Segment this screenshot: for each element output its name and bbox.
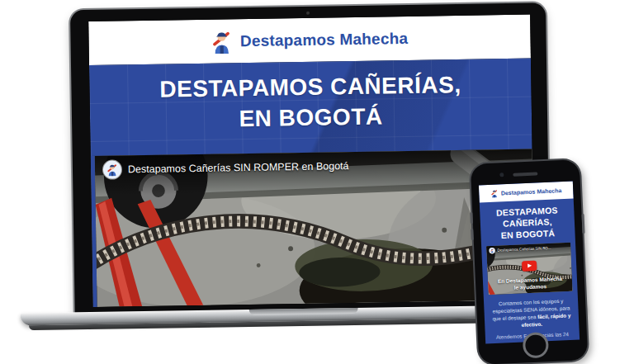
- brand-name: Destapamos Mahecha: [240, 29, 409, 50]
- laptop-webpage: Destapamos Mahecha DESTAPAMOS CAÑERÍAS, …: [88, 15, 534, 307]
- webcam-icon: [306, 12, 310, 15]
- phone-camera-icon: [499, 173, 504, 177]
- plumber-avatar-icon: [106, 163, 118, 176]
- hero-title-line2: EN BOGOTÁ: [90, 100, 532, 137]
- phone-hero-title: DESTAPAMOS CAÑERÍAS, EN BOGOTÁ: [480, 199, 575, 246]
- device-mockup-scene: Destapamos Mahecha DESTAPAMOS CAÑERÍAS, …: [0, 0, 634, 364]
- video-player[interactable]: Destapamos Cañerías SIN ROMPER en Bogotá: [91, 149, 535, 307]
- phone-volume-down-button: [471, 229, 474, 240]
- site-header: Destapamos Mahecha: [88, 15, 531, 65]
- hero-banner: DESTAPAMOS CAÑERÍAS, EN BOGOTÁ: [89, 59, 532, 156]
- video-title[interactable]: Destapamos Cañerías SIN ROMPER en Bogotá: [128, 160, 349, 175]
- plumber-logo-icon: [211, 29, 233, 54]
- phone-body-paragraph: Contamos con los equipos y especialistas…: [484, 295, 580, 330]
- phone-volume-up-button: [470, 212, 473, 224]
- phone-mockup: Destapamos Mahecha DESTAPAMOS CAÑERÍAS, …: [471, 159, 588, 364]
- phone-speaker: [513, 172, 537, 176]
- phone-video-title[interactable]: Destapamos Cañerías SIN RO...: [497, 246, 551, 253]
- plumber-avatar-icon: [490, 248, 494, 253]
- phone-brand-name: Destapamos Mahecha: [501, 187, 562, 196]
- plumber-logo-icon: [490, 189, 498, 198]
- phone-home-button: [523, 332, 549, 358]
- hero-title: DESTAPAMOS CAÑERÍAS, EN BOGOTÁ: [89, 59, 532, 137]
- channel-avatar[interactable]: [103, 160, 121, 178]
- youtube-play-button[interactable]: [522, 261, 537, 272]
- phone-body: Destapamos Mahecha DESTAPAMOS CAÑERÍAS, …: [471, 159, 588, 364]
- video-title-bar: Destapamos Cañerías SIN ROMPER en Bogotá: [103, 157, 349, 179]
- phone-video-player[interactable]: Destapamos Cañerías SIN RO... En Destapa…: [486, 243, 572, 295]
- laptop-base-notch: [249, 308, 358, 315]
- channel-avatar[interactable]: [489, 248, 495, 254]
- phone-webpage: Destapamos Mahecha DESTAPAMOS CAÑERÍAS, …: [479, 182, 580, 344]
